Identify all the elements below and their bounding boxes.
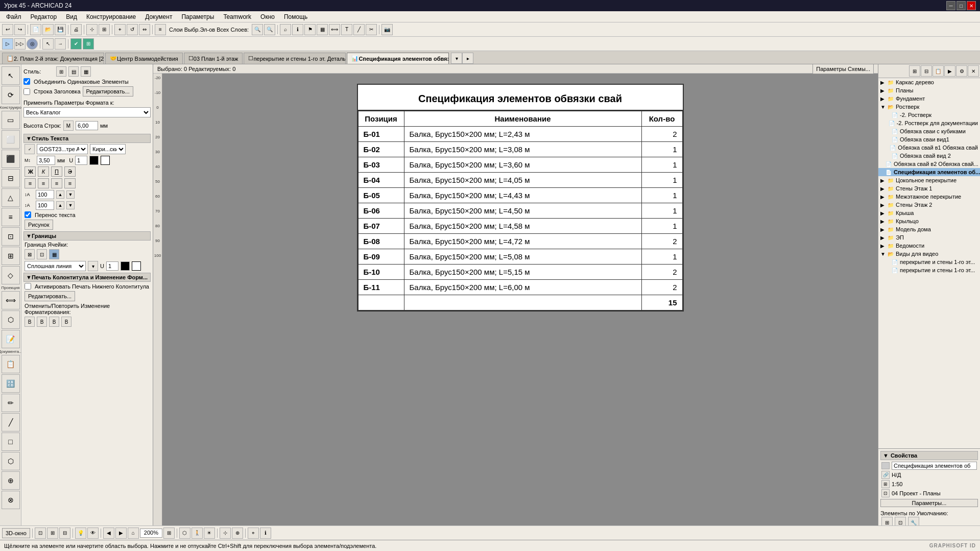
tree-item[interactable]: ▶📁Фундамент bbox=[878, 94, 980, 103]
color-swatch[interactable] bbox=[89, 156, 99, 165]
tb2-pointer[interactable]: ↖ bbox=[42, 38, 54, 50]
lt-doc5[interactable]: ╱ bbox=[2, 413, 20, 432]
edit-footer-btn[interactable]: Редактировать... bbox=[25, 291, 75, 301]
style-table-btn[interactable]: ▦ bbox=[81, 66, 91, 77]
picture-btn[interactable]: Рисунок bbox=[25, 220, 53, 230]
lt-stair[interactable]: ≡ bbox=[2, 208, 20, 226]
rp-btn-5[interactable]: ⚙ bbox=[956, 65, 967, 77]
tree-item[interactable]: ▶📁Крыша bbox=[878, 209, 980, 217]
tb-zoom-in[interactable]: 🔍 bbox=[252, 24, 263, 35]
bt-walk[interactable]: 🚶 bbox=[192, 528, 203, 539]
lt-doc8[interactable]: ⊕ bbox=[2, 471, 20, 490]
bt-lamp[interactable]: 💡 bbox=[75, 528, 86, 539]
font-select[interactable]: GOST23...тpe A bbox=[37, 144, 88, 154]
align-left-btn[interactable]: ≡ bbox=[25, 178, 36, 188]
tree-item[interactable]: ▶📁ЭП bbox=[878, 233, 980, 242]
tb-new[interactable]: 📄 bbox=[30, 24, 41, 35]
tb-line[interactable]: ╱ bbox=[353, 24, 365, 35]
lt-column[interactable]: ⬜ bbox=[2, 130, 20, 149]
tab-2[interactable]: ☐ 03 План 1-й этаж bbox=[184, 53, 243, 64]
lang-select[interactable]: Кири...ский bbox=[90, 144, 126, 154]
bt-guide[interactable]: ⊕ bbox=[232, 528, 243, 539]
bt-nav2[interactable]: ⊞ bbox=[47, 528, 58, 539]
line-type-select[interactable]: Сплошная линия bbox=[25, 261, 86, 271]
menu-view[interactable]: Вид bbox=[62, 12, 81, 21]
lt-doc7[interactable]: ⬡ bbox=[2, 452, 20, 470]
underline-btn[interactable]: П bbox=[51, 166, 62, 177]
tb-open[interactable]: 📂 bbox=[42, 24, 54, 35]
border-icon-1[interactable]: ⊠ bbox=[25, 249, 35, 259]
tree-item[interactable]: ▶📁Стены Этаж 2 bbox=[878, 201, 980, 209]
tb2-back[interactable]: ◎ bbox=[27, 38, 38, 50]
tb-text2[interactable]: T bbox=[341, 24, 352, 35]
indent-down-1[interactable]: ▼ bbox=[66, 190, 75, 199]
bt-tracker[interactable]: ⌖ bbox=[248, 528, 259, 539]
bt-zoom-nav[interactable]: ▶ bbox=[115, 528, 127, 539]
tb-rotate[interactable]: ↺ bbox=[127, 24, 138, 35]
tb-undo[interactable]: ↩ bbox=[2, 24, 13, 35]
reset-btn-3[interactable]: B bbox=[49, 317, 59, 327]
bold-btn[interactable]: Ж bbox=[25, 166, 36, 177]
tb-redo[interactable]: ↪ bbox=[14, 24, 26, 35]
lt-window[interactable]: ⊞ bbox=[2, 247, 20, 265]
tb2-green2[interactable]: ⊞ bbox=[83, 38, 94, 50]
rp-btn-2[interactable]: ⊟ bbox=[921, 65, 932, 77]
maximize-button[interactable]: □ bbox=[957, 1, 966, 10]
bg-swatch[interactable] bbox=[101, 156, 110, 165]
tree-item[interactable]: 📄Обвязка сваи вид1 bbox=[878, 135, 980, 143]
tree-item[interactable]: ▶📁Модель дома bbox=[878, 225, 980, 233]
bt-nav1[interactable]: ⊡ bbox=[35, 528, 46, 539]
lt-zone[interactable]: ⬡ bbox=[2, 310, 20, 329]
minimize-button[interactable]: ─ bbox=[946, 1, 955, 10]
bt-home[interactable]: ⌂ bbox=[128, 528, 139, 539]
bt-nav3[interactable]: ⊟ bbox=[59, 528, 70, 539]
tree-item[interactable]: 📄Обвязка свай в1 Обвязка свай bbox=[878, 143, 980, 152]
lt-doc1[interactable]: 📝 bbox=[2, 330, 20, 348]
lt-door[interactable]: ⊡ bbox=[2, 227, 20, 246]
edit-header-btn[interactable]: Редактировать... bbox=[83, 86, 133, 97]
close-button[interactable]: ✕ bbox=[967, 1, 976, 10]
catalog-select[interactable]: Весь Каталог bbox=[23, 107, 151, 117]
lt-floor[interactable]: ⊟ bbox=[2, 169, 20, 187]
row-height-icon[interactable]: М bbox=[63, 121, 74, 131]
rp-btn-1[interactable]: ⊞ bbox=[909, 65, 920, 77]
tb-table[interactable]: ▦ bbox=[317, 24, 328, 35]
tab-1[interactable]: 🤝 Центр Взаимодействия bbox=[105, 53, 183, 64]
tab-more[interactable]: ▾ bbox=[451, 53, 462, 64]
tree-item[interactable]: ▶📁Крыльцо bbox=[878, 217, 980, 225]
tb-dim[interactable]: ⟺ bbox=[329, 24, 340, 35]
tb-find[interactable]: ⌕ bbox=[280, 24, 291, 35]
tb-layers[interactable]: ≡ bbox=[155, 24, 166, 35]
strike-btn[interactable]: Э bbox=[64, 166, 76, 177]
tb2-next[interactable]: ▷▷ bbox=[14, 38, 26, 50]
border-bg-swatch[interactable] bbox=[132, 261, 141, 271]
menu-params[interactable]: Параметры bbox=[177, 12, 218, 21]
menu-teamwork[interactable]: Teamwork bbox=[219, 12, 255, 21]
tree-item[interactable]: ▶📁Каркас дерево bbox=[878, 78, 980, 86]
text-style-section-header[interactable]: ▼ Стиль Текста bbox=[23, 134, 151, 143]
tree-item[interactable]: ▶📁Межэтажное перекрытие bbox=[878, 193, 980, 201]
tb-zoom-out[interactable]: 🔍 bbox=[264, 24, 275, 35]
italic-btn[interactable]: К bbox=[38, 166, 49, 177]
lt-roof[interactable]: △ bbox=[2, 188, 20, 207]
style-list-btn[interactable]: ▤ bbox=[68, 66, 79, 77]
props-name-input[interactable] bbox=[892, 462, 977, 470]
indent-up-1[interactable]: ▲ bbox=[56, 190, 64, 199]
align-center-btn[interactable]: ≡ bbox=[38, 178, 49, 188]
lt-doc9[interactable]: ⊗ bbox=[2, 491, 20, 509]
tree-item[interactable]: ▶📁Стены Этаж 1 bbox=[878, 184, 980, 193]
tree-item[interactable]: 📄перекрытие и стены 1-го эт... bbox=[878, 258, 980, 266]
tb2-select[interactable]: ▷ bbox=[2, 38, 13, 50]
tree-item[interactable]: ▶📁Ведомости bbox=[878, 242, 980, 250]
lt-object[interactable]: ◇ bbox=[2, 266, 20, 284]
right-tree[interactable]: ▶📁Каркас дерево▶📁Планы▶📁Фундамент▼📂Роств… bbox=[878, 78, 980, 448]
indent-up-2[interactable]: ▲ bbox=[56, 201, 64, 209]
borders-section-header[interactable]: ▼ Границы bbox=[23, 231, 151, 241]
menu-document[interactable]: Документ bbox=[141, 12, 176, 21]
tree-item[interactable]: ▼📂Виды для видео bbox=[878, 250, 980, 258]
menu-construct[interactable]: Конструирование bbox=[82, 12, 140, 21]
tree-item[interactable]: 📄-2. Ростверк bbox=[878, 111, 980, 119]
print-section-header[interactable]: ▼ Печать Колонтитула и Изменение Форм... bbox=[23, 273, 151, 282]
tab-0[interactable]: 📋 2. План 2-й этаж: Документация [2-й эт… bbox=[2, 53, 104, 64]
rp-close[interactable]: ✕ bbox=[968, 65, 979, 77]
